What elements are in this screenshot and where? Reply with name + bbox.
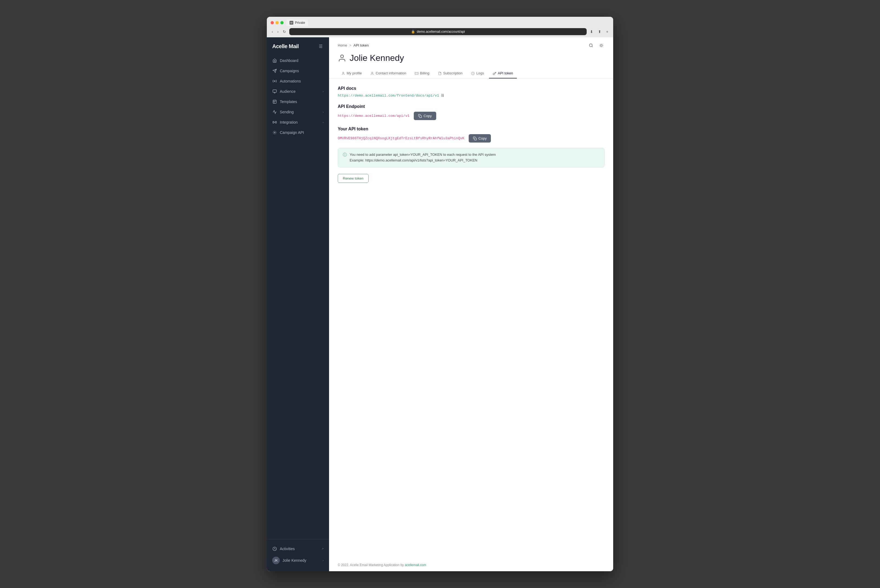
sidebar-item-label: Campaign API xyxy=(280,130,304,135)
content-area: API docs https://demo.acellemail.com/fro… xyxy=(329,78,613,559)
reload-button[interactable]: ↻ xyxy=(282,29,287,34)
audience-icon xyxy=(272,89,277,94)
username-label: Jolie Kennedy xyxy=(282,558,306,562)
tab-label: Contact information xyxy=(375,71,406,75)
search-button[interactable] xyxy=(588,42,594,49)
svg-point-27 xyxy=(372,72,373,73)
svg-rect-3 xyxy=(273,90,276,92)
footer-link[interactable]: acellemail.com xyxy=(405,563,426,567)
back-button[interactable]: ‹ xyxy=(270,29,274,34)
chevron-right-icon: › xyxy=(323,90,324,93)
tab-label: API token xyxy=(498,71,513,75)
home-icon xyxy=(272,58,277,63)
user-circle-icon xyxy=(338,54,346,63)
tab-api-token[interactable]: API token xyxy=(489,68,517,78)
avatar: JK xyxy=(272,556,280,564)
renew-token-button[interactable]: Renew token xyxy=(338,174,369,183)
sidebar-item-audience[interactable]: Audience › xyxy=(267,86,329,96)
svg-rect-31 xyxy=(420,116,422,118)
browser-actions: ⬇ ⬆ + xyxy=(589,29,610,34)
tab-contact-information[interactable]: Contact information xyxy=(367,68,410,78)
sidebar-item-user[interactable]: JK Jolie Kennedy › xyxy=(267,554,329,567)
campaigns-icon xyxy=(272,68,277,73)
tab-subscription[interactable]: Subscription xyxy=(434,68,467,78)
sidebar-item-activities[interactable]: Activities ↗ xyxy=(267,544,329,554)
tab-label: My profile xyxy=(347,71,362,75)
tabs-bar: My profile Contact information xyxy=(329,68,613,78)
breadcrumb: Home > API token xyxy=(338,43,369,47)
sidebar-item-dashboard[interactable]: Dashboard xyxy=(267,56,329,66)
sidebar-item-label: Audience xyxy=(280,89,296,94)
copy-token-label: Copy xyxy=(478,136,487,140)
api-token-value: OMVRVE986THjQZcqlNQXsogLKjtgEdTrEzsLtBfs… xyxy=(338,136,464,140)
svg-line-23 xyxy=(600,46,600,47)
sidebar-item-sending[interactable]: Sending › xyxy=(267,107,329,117)
close-button[interactable] xyxy=(270,21,274,24)
sidebar-item-integration[interactable]: Integration › xyxy=(267,117,329,128)
copy-endpoint-button[interactable]: Copy xyxy=(414,112,436,120)
sidebar: Acelle Mail ☰ Dashboard xyxy=(267,38,329,571)
info-icon: ⓘ xyxy=(343,152,347,158)
breadcrumb-home[interactable]: Home xyxy=(338,43,347,47)
user-tab-icon xyxy=(341,71,345,75)
main-content: Home > API token xyxy=(329,38,613,571)
svg-point-14 xyxy=(589,44,592,47)
tab-logs[interactable]: Logs xyxy=(467,68,488,78)
svg-point-12 xyxy=(274,132,275,133)
breadcrumb-current: API token xyxy=(353,43,369,47)
browser-tab[interactable]: M Private xyxy=(286,20,308,26)
address-bar[interactable]: 🔒 demo.acellemail.com/account/api xyxy=(289,28,586,35)
api-docs-title: API docs xyxy=(338,86,605,91)
app-logo: Acelle Mail xyxy=(272,43,299,50)
chevron-right-icon: › xyxy=(323,110,324,114)
contact-tab-icon xyxy=(371,71,374,75)
content-footer: © 2022. Acelle Email Marketing Applicati… xyxy=(329,559,613,571)
sidebar-item-campaign-api[interactable]: Campaign API xyxy=(267,128,329,138)
svg-line-20 xyxy=(602,46,603,47)
sidebar-item-label: Templates xyxy=(280,99,297,104)
tab-label: Logs xyxy=(476,71,484,75)
download-button[interactable]: ⬇ xyxy=(589,29,594,34)
page-title: Jolie Kennedy xyxy=(350,53,404,63)
tab-favicon: M xyxy=(290,21,293,25)
new-tab-button[interactable]: + xyxy=(605,29,610,34)
api-token-row: OMVRVE986THjQZcqlNQXsogLKjtgEdTrEzsLtBfs… xyxy=(338,134,605,142)
svg-rect-9 xyxy=(273,122,274,123)
info-text: You need to add parameter api_token=YOUR… xyxy=(350,152,496,164)
sidebar-nav: Dashboard Campaigns xyxy=(267,54,329,539)
automations-icon xyxy=(272,79,277,84)
api-docs-link-text: https://demo.acellemail.com/frontend/doc… xyxy=(338,94,439,98)
main-header: Home > API token xyxy=(329,38,613,49)
svg-rect-32 xyxy=(475,138,476,140)
page-title-row: Jolie Kennedy xyxy=(329,49,613,63)
api-endpoint-title: API Endpoint xyxy=(338,104,605,109)
sidebar-item-campaigns[interactable]: Campaigns xyxy=(267,66,329,76)
svg-rect-28 xyxy=(415,72,418,75)
svg-point-26 xyxy=(342,72,344,73)
sidebar-item-label: Sending xyxy=(280,110,294,114)
tab-label: Subscription xyxy=(443,71,463,75)
theme-toggle-button[interactable] xyxy=(598,42,605,49)
maximize-button[interactable] xyxy=(280,21,284,24)
forward-button[interactable]: › xyxy=(276,29,280,34)
tab-billing[interactable]: Billing xyxy=(411,68,433,78)
sidebar-item-templates[interactable]: Templates xyxy=(267,96,329,107)
minimize-button[interactable] xyxy=(275,21,279,24)
subscription-tab-icon xyxy=(438,71,442,75)
svg-point-25 xyxy=(341,55,344,58)
info-box: ⓘ You need to add parameter api_token=YO… xyxy=(338,148,605,167)
share-button[interactable]: ⬆ xyxy=(597,29,602,34)
svg-point-16 xyxy=(601,44,602,46)
sending-icon xyxy=(272,110,277,114)
address-text: demo.acellemail.com/account/api xyxy=(417,30,465,33)
copy-token-button[interactable]: Copy xyxy=(469,134,491,142)
sidebar-item-label: Campaigns xyxy=(280,69,299,73)
sidebar-bottom: Activities ↗ JK Jolie Kennedy › xyxy=(267,539,329,571)
tab-my-profile[interactable]: My profile xyxy=(338,68,366,78)
sidebar-toggle-button[interactable]: ☰ xyxy=(318,43,324,50)
tab-label: Private xyxy=(295,21,305,25)
api-docs-link[interactable]: https://demo.acellemail.com/frontend/doc… xyxy=(338,94,605,98)
svg-rect-10 xyxy=(275,122,276,123)
sidebar-logo-area: Acelle Mail ☰ xyxy=(267,38,329,54)
sidebar-item-automations[interactable]: Automations xyxy=(267,76,329,86)
